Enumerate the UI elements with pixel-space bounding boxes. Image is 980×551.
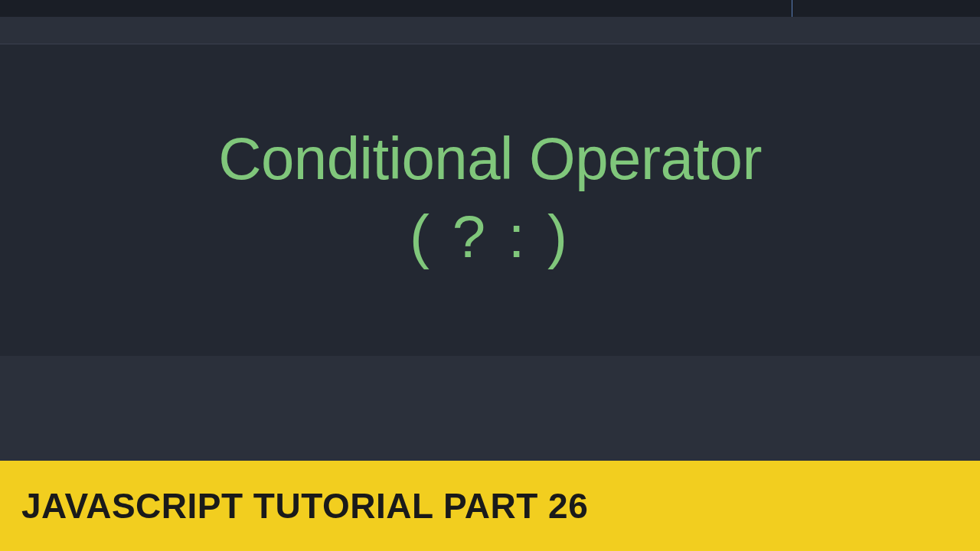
top-bar [0, 0, 980, 17]
footer-banner: JAVASCRIPT TUTORIAL PART 26 [0, 461, 980, 551]
footer-title: JAVASCRIPT TUTORIAL PART 26 [21, 485, 588, 527]
heading-line-1: Conditional Operator [218, 126, 762, 192]
heading-line-2: ( ? : ) [410, 201, 570, 273]
content-panel: Conditional Operator ( ? : ) [0, 44, 980, 356]
